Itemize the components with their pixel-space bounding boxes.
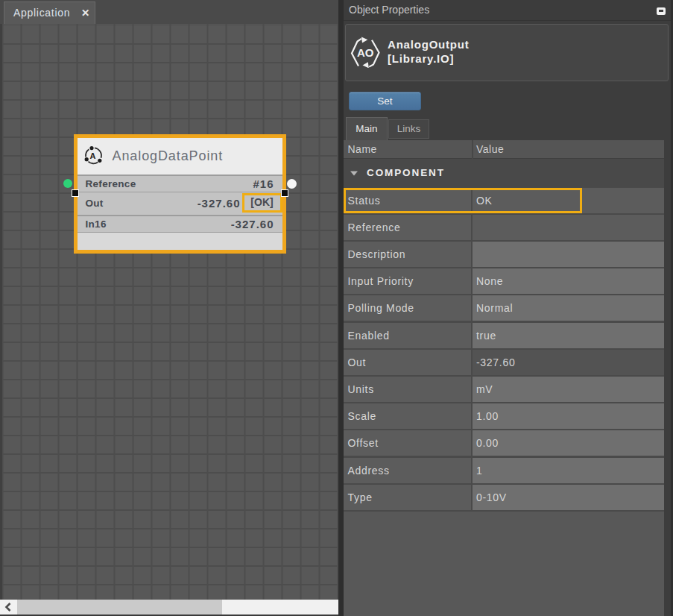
svg-text:A: A — [89, 151, 95, 160]
svg-text:AO: AO — [357, 46, 374, 59]
